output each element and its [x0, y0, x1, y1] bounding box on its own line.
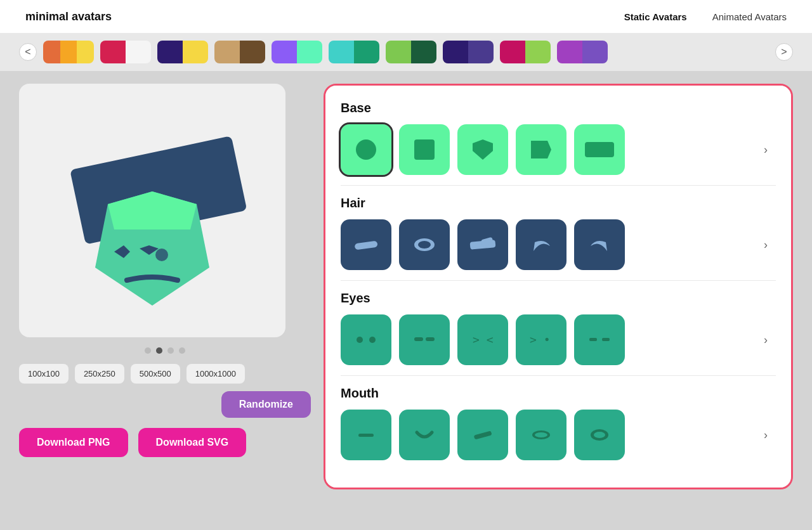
eyes-next-arrow[interactable]: › — [756, 330, 776, 350]
mouth-option-4[interactable] — [516, 410, 566, 460]
section-hair: Hair › — [341, 196, 776, 281]
svg-rect-10 — [585, 142, 614, 157]
avatar-svg — [57, 115, 247, 306]
size-250[interactable]: 250x250 — [75, 364, 124, 384]
svg-point-17 — [369, 337, 376, 343]
base-option-2[interactable] — [399, 124, 450, 175]
size-options: 100x100 250x250 500x500 1000x1000 — [19, 364, 245, 384]
swatch-1[interactable] — [43, 41, 94, 63]
controls-row: 100x100 250x250 500x500 1000x1000 Random… — [19, 364, 311, 418]
section-base-options: › — [341, 124, 776, 175]
avatar-dots — [19, 347, 311, 354]
svg-rect-22 — [589, 338, 597, 341]
section-eyes-title: Eyes — [341, 291, 776, 306]
dot-3[interactable] — [167, 347, 174, 354]
svg-point-29 — [594, 432, 605, 438]
svg-point-27 — [535, 432, 547, 437]
svg-rect-19 — [426, 337, 435, 341]
hair-option-3[interactable] — [457, 219, 508, 270]
section-eyes-options: > < > • › — [341, 314, 776, 365]
section-mouth-options: › — [341, 410, 776, 460]
hair-next-arrow[interactable]: › — [756, 235, 776, 255]
swatch-9[interactable] — [500, 41, 551, 63]
dot-2[interactable] — [156, 347, 162, 354]
base-option-4[interactable] — [516, 124, 566, 175]
section-base: Base — [341, 101, 776, 186]
swatch-5[interactable] — [272, 41, 322, 63]
svg-point-5 — [155, 249, 168, 261]
size-1000[interactable]: 1000x1000 — [187, 364, 245, 384]
swatch-8[interactable] — [443, 41, 494, 63]
svg-point-6 — [356, 139, 376, 160]
svg-rect-24 — [358, 434, 374, 437]
svg-rect-23 — [602, 338, 610, 341]
download-png-button[interactable]: Download PNG — [19, 428, 128, 457]
eyes-option-3[interactable]: > < — [457, 314, 508, 365]
hair-option-4[interactable] — [516, 219, 566, 270]
palette-row: < — [0, 33, 812, 71]
hair-option-2[interactable] — [399, 219, 450, 270]
eyes-option-5[interactable] — [574, 314, 625, 365]
download-svg-button[interactable]: Download SVG — [138, 428, 247, 457]
download-buttons: Download PNG Download SVG — [19, 428, 311, 457]
hair-option-1[interactable] — [341, 219, 391, 270]
base-option-3[interactable] — [457, 124, 508, 175]
eyes-option-2[interactable] — [399, 314, 450, 365]
main-nav: Static Avatars Animated Avatars — [624, 11, 787, 22]
palette-prev-btn[interactable]: < — [19, 43, 37, 61]
swatch-3[interactable] — [157, 41, 208, 63]
swatch-7[interactable] — [386, 41, 436, 63]
hair-option-5[interactable] — [574, 219, 625, 270]
swatch-2[interactable] — [100, 41, 151, 63]
svg-rect-18 — [414, 337, 423, 341]
mouth-option-3[interactable] — [457, 410, 508, 460]
avatar-preview — [19, 84, 285, 337]
size-500[interactable]: 500x500 — [131, 364, 180, 384]
section-mouth-title: Mouth — [341, 386, 776, 401]
size-100[interactable]: 100x100 — [19, 364, 69, 384]
section-base-title: Base — [341, 101, 776, 115]
section-eyes: Eyes > < — [341, 291, 776, 376]
base-option-1[interactable] — [341, 124, 391, 175]
svg-marker-9 — [531, 141, 551, 158]
mouth-option-1[interactable] — [341, 410, 391, 460]
avatar-section: 100x100 250x250 500x500 1000x1000 Random… — [19, 84, 311, 489]
svg-rect-11 — [355, 241, 378, 250]
palette-swatches — [43, 41, 769, 63]
customizer-panel: Base — [324, 84, 793, 489]
main-content: 100x100 250x250 500x500 1000x1000 Random… — [0, 71, 812, 502]
base-next-arrow[interactable]: › — [756, 139, 776, 160]
mouth-next-arrow[interactable]: › — [756, 425, 776, 445]
svg-marker-8 — [473, 139, 493, 160]
svg-rect-7 — [414, 139, 435, 160]
eyes-option-1[interactable] — [341, 314, 391, 365]
svg-point-16 — [357, 337, 363, 343]
svg-rect-25 — [474, 430, 492, 439]
section-mouth: Mouth — [341, 386, 776, 470]
app-logo: minimal avatars — [25, 10, 112, 23]
dot-1[interactable] — [145, 347, 151, 354]
nav-static-avatars[interactable]: Static Avatars — [624, 11, 687, 22]
swatch-10[interactable] — [557, 41, 608, 63]
dot-4[interactable] — [179, 347, 185, 354]
header: minimal avatars Static Avatars Animated … — [0, 0, 812, 33]
swatch-6[interactable] — [329, 41, 379, 63]
mouth-option-2[interactable] — [399, 410, 450, 460]
base-option-5[interactable] — [574, 124, 625, 175]
svg-point-13 — [418, 241, 431, 249]
eyes-option-4[interactable]: > • — [516, 314, 566, 365]
mouth-option-5[interactable] — [574, 410, 625, 460]
palette-next-btn[interactable]: > — [775, 43, 793, 61]
section-hair-options: › — [341, 219, 776, 270]
nav-animated-avatars[interactable]: Animated Avatars — [712, 11, 787, 22]
section-hair-title: Hair — [341, 196, 776, 210]
svg-text:> •: > • — [530, 333, 551, 346]
svg-text:> <: > < — [473, 333, 494, 346]
swatch-4[interactable] — [214, 41, 265, 63]
randomize-button[interactable]: Randomize — [221, 391, 311, 418]
